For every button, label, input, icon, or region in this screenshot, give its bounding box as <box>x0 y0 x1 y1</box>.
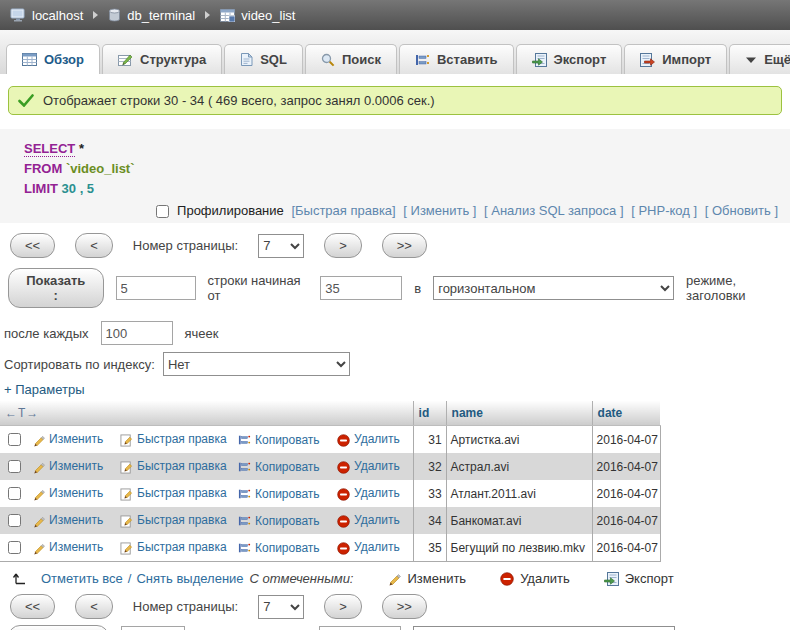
cell-id: 34 <box>413 507 446 534</box>
show-button[interactable]: Показать : <box>8 625 109 630</box>
breadcrumb-item-table[interactable]: video_list <box>220 8 295 23</box>
cell-name: Артистка.avi <box>446 426 592 454</box>
edit-action[interactable]: Изменить <box>28 453 116 480</box>
sort-index-select[interactable]: Нет <box>163 352 350 376</box>
profiling-checkbox[interactable] <box>156 205 169 218</box>
quick-edit-action[interactable]: Быстрая правка <box>116 480 234 507</box>
display-mode-select[interactable]: горизонтальном <box>413 626 675 630</box>
tab-export[interactable]: Экспорт <box>516 44 623 74</box>
edit-action[interactable]: Изменить <box>28 507 116 534</box>
sql-line-limit: LIMIT 30 , 5 <box>24 179 782 199</box>
sql-table-name: `video_list` <box>66 161 135 176</box>
start-row-input[interactable] <box>319 626 401 630</box>
tab-sql[interactable]: SQL <box>224 44 303 74</box>
sql-keyword: FROM <box>24 161 62 176</box>
pencil-icon <box>387 572 401 586</box>
display-mode-select[interactable]: горизонтальном <box>433 276 674 300</box>
quick-edit-icon <box>120 542 133 555</box>
delete-action[interactable]: Удалить <box>333 453 413 480</box>
column-header-date[interactable]: date <box>592 401 660 426</box>
start-row-input[interactable] <box>320 276 402 300</box>
row-checkbox[interactable] <box>8 460 21 473</box>
cell-date: 2016-04-07 <box>592 480 660 507</box>
uncheck-all-link[interactable]: Снять выделение <box>136 571 243 586</box>
check-all-link[interactable]: Отметить все <box>41 571 123 586</box>
options-toggle-link[interactable]: + Параметры <box>4 382 790 397</box>
edit-action[interactable]: Изменить <box>28 534 116 562</box>
delete-action[interactable]: Удалить <box>333 507 413 534</box>
pencil-icon <box>32 434 45 447</box>
profiling-label: Профилирование <box>177 203 284 218</box>
repeat-cells-input[interactable] <box>101 321 173 345</box>
selected-export-action[interactable]: Экспорт <box>604 571 674 586</box>
pagination-bottom: << < Номер страницы: 7 > >> <box>10 594 790 619</box>
tab-search[interactable]: Поиск <box>305 44 397 74</box>
tab-browse[interactable]: Обзор <box>6 44 100 74</box>
first-page-button[interactable]: << <box>10 594 55 619</box>
table-row: Изменить Быстрая правка Копировать Удали… <box>0 480 660 507</box>
column-header-name[interactable]: name <box>446 401 592 426</box>
quick-edit-action[interactable]: Быстрая правка <box>116 453 234 480</box>
num-rows-input[interactable] <box>116 276 196 300</box>
copy-action[interactable]: Копировать <box>234 453 333 480</box>
prev-page-button[interactable]: < <box>75 594 113 619</box>
next-page-button[interactable]: > <box>324 594 362 619</box>
breadcrumb-label: db_terminal <box>127 8 195 23</box>
page-select[interactable]: 7 <box>258 595 304 619</box>
tab-structure[interactable]: Структура <box>102 44 222 74</box>
quick-edit-action[interactable]: Быстрая правка <box>116 426 234 454</box>
quick-edit-action[interactable]: Быстрая правка <box>116 534 234 562</box>
edit-action[interactable]: Изменить <box>28 426 116 454</box>
tab-label: Ещё <box>764 52 790 67</box>
cell-date: 2016-04-07 <box>592 507 660 534</box>
breadcrumb-item-database[interactable]: db_terminal <box>108 8 195 23</box>
row-checkbox[interactable] <box>8 541 21 554</box>
show-button[interactable]: Показать : <box>8 268 104 308</box>
first-page-button[interactable]: << <box>10 233 55 258</box>
breadcrumb: localhost db_terminal video_list <box>0 0 790 30</box>
delete-action[interactable]: Удалить <box>333 534 413 562</box>
selected-edit-action[interactable]: Изменить <box>387 571 466 586</box>
copy-action[interactable]: Копировать <box>234 426 333 454</box>
breadcrumb-separator-icon <box>205 11 210 19</box>
edit-action[interactable]: Изменить <box>28 480 116 507</box>
php-code-link[interactable]: [ PHP-код ] <box>631 203 697 218</box>
tab-more[interactable]: Ещё <box>729 44 790 74</box>
inline-edit-link[interactable]: [Быстрая правка] <box>291 203 395 218</box>
tab-insert[interactable]: Вставить <box>399 44 514 74</box>
refresh-link[interactable]: [ Обновить ] <box>705 203 778 218</box>
next-page-button[interactable]: > <box>324 233 362 258</box>
cell-id: 31 <box>413 426 446 454</box>
column-header-id[interactable]: id <box>413 401 446 426</box>
row-checkbox[interactable] <box>8 487 21 500</box>
delete-action[interactable]: Удалить <box>333 426 413 454</box>
delete-action[interactable]: Удалить <box>333 480 413 507</box>
delete-icon <box>337 434 350 447</box>
page-select[interactable]: 7 <box>258 234 304 258</box>
last-page-button[interactable]: >> <box>382 594 427 619</box>
tab-label: Поиск <box>342 52 381 67</box>
tab-import[interactable]: Импорт <box>624 44 727 74</box>
transpose-arrows[interactable]: ←T→ <box>0 401 413 426</box>
row-checkbox[interactable] <box>8 514 21 527</box>
query-options-row: Профилирование [Быстрая правка] [ Измени… <box>24 199 782 220</box>
copy-icon <box>238 434 251 446</box>
breadcrumb-item-server[interactable]: localhost <box>10 8 83 23</box>
selected-delete-action[interactable]: Удалить <box>500 571 570 586</box>
show-rows-controls-bottom: Показать : строки начиная от горизонталь… <box>8 625 790 630</box>
edit-query-link[interactable]: [ Изменить ] <box>403 203 476 218</box>
quick-edit-icon <box>120 515 133 528</box>
last-page-button[interactable]: >> <box>382 233 427 258</box>
breadcrumb-label: localhost <box>32 8 83 23</box>
cell-name: Астрал.avi <box>446 453 592 480</box>
copy-action[interactable]: Копировать <box>234 480 333 507</box>
explain-sql-link[interactable]: [ Анализ SQL запроса ] <box>484 203 624 218</box>
prev-page-button[interactable]: < <box>75 233 113 258</box>
copy-action[interactable]: Копировать <box>234 534 333 562</box>
num-rows-input[interactable] <box>121 626 185 630</box>
quick-edit-action[interactable]: Быстрая правка <box>116 507 234 534</box>
copy-action[interactable]: Копировать <box>234 507 333 534</box>
sql-page-icon <box>240 52 253 67</box>
row-checkbox[interactable] <box>8 433 21 446</box>
delete-icon <box>337 515 350 528</box>
